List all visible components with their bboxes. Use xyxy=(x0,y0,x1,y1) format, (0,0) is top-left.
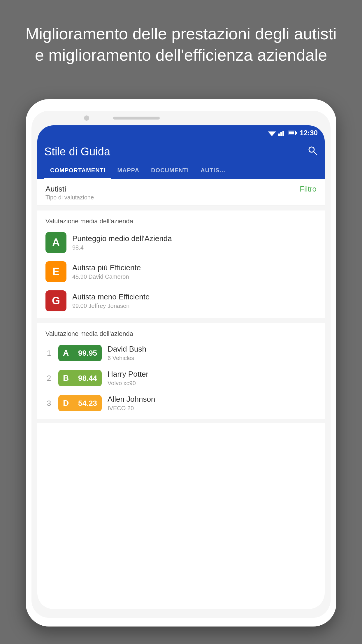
rank-badge-2: B 98.44 xyxy=(58,370,102,386)
company-rating-label: Valutazione media dell'azienda xyxy=(45,217,317,225)
svg-line-5 xyxy=(314,152,317,155)
tab-documenti[interactable]: DOCUMENTI xyxy=(145,163,195,179)
svg-rect-2 xyxy=(280,132,282,136)
rank-name-1: David Bush xyxy=(108,345,146,354)
rank-score-2: 98.44 xyxy=(73,370,102,386)
battery-icon xyxy=(288,131,296,135)
headline: Miglioramento delle prestazioni degli au… xyxy=(0,23,362,66)
signal-icon xyxy=(278,130,285,136)
rating-info-best: Autista più Efficiente 45.90 David Camer… xyxy=(72,263,141,280)
phone-inner: 12:30 Stile di Guida COMPORTAMENTI xyxy=(31,111,331,618)
rank-name-2: Harry Potter xyxy=(108,370,148,379)
app-content: 12:30 Stile di Guida COMPORTAMENTI xyxy=(37,125,325,609)
grade-badge-e: E xyxy=(45,261,66,282)
phone-frame: 12:30 Stile di Guida COMPORTAMENTI xyxy=(26,99,336,627)
rating-info-worst: Autista meno Efficiente 99.00 Jeffrey Jo… xyxy=(72,292,150,309)
filter-button[interactable]: Filtro xyxy=(300,185,317,194)
rating-label-avg: Punteggio medio dell'Azienda xyxy=(72,234,172,243)
status-icons: 12:30 xyxy=(268,129,318,137)
rank-info-1: David Bush 6 Vehicles xyxy=(108,345,146,362)
rating-item-worst: G Autista meno Efficiente 99.00 Jeffrey … xyxy=(45,290,317,311)
app-title-row: Stile di Guida xyxy=(44,145,318,163)
svg-marker-0 xyxy=(268,131,276,136)
rank-grade-1: A xyxy=(58,345,73,361)
rank-number-2: 2 xyxy=(45,374,52,383)
rating-item-avg: A Punteggio medio dell'Azienda 98.4 xyxy=(45,232,317,253)
rank-sub-3: IVECO 20 xyxy=(108,405,155,412)
rating-label-worst: Autista meno Efficiente xyxy=(72,292,150,301)
section-main-title: Autisti xyxy=(45,185,94,194)
svg-rect-1 xyxy=(278,134,280,136)
rating-sub-avg: 98.4 xyxy=(72,244,172,251)
tab-autisti[interactable]: AUTIS... xyxy=(195,163,231,179)
section-title-group: Autisti Tipo di valutazione xyxy=(45,185,94,201)
rating-sub-worst: 99.00 Jeffrey Jonasen xyxy=(72,303,150,309)
rank-info-3: Allen Johnson IVECO 20 xyxy=(108,395,155,412)
rating-label-best: Autista più Efficiente xyxy=(72,263,141,272)
section-header: Autisti Tipo di valutazione Filtro xyxy=(37,179,325,206)
rating-item-best: E Autista più Efficiente 45.90 David Cam… xyxy=(45,261,317,282)
rank-info-2: Harry Potter Volvo xc90 xyxy=(108,370,148,387)
app-title: Stile di Guida xyxy=(44,145,110,158)
grade-badge-a: A xyxy=(45,232,66,253)
rank-badge-3: D 54.23 xyxy=(58,395,102,411)
status-time: 12:30 xyxy=(300,129,318,137)
rank-grade-2: B xyxy=(58,370,73,386)
rank-number-1: 1 xyxy=(45,349,52,358)
tab-comportamenti[interactable]: COMPORTAMENTI xyxy=(44,163,111,179)
tabs: COMPORTAMENTI MAPPA DOCUMENTI AUTIS... xyxy=(44,163,318,179)
rank-number-3: 3 xyxy=(45,399,52,408)
rank-name-3: Allen Johnson xyxy=(108,395,155,404)
grade-badge-g: G xyxy=(45,290,66,311)
rank-sub-1: 6 Vehicles xyxy=(108,355,146,362)
status-bar: 12:30 xyxy=(37,125,325,141)
svg-rect-3 xyxy=(282,131,284,136)
rank-item-2[interactable]: 2 B 98.44 Harry Potter Volvo xc90 xyxy=(45,370,317,387)
rank-grade-3: D xyxy=(58,395,73,411)
ranking-card: Valutazione media dell'azienda 1 A 99.95… xyxy=(37,323,325,419)
wifi-icon xyxy=(268,130,276,136)
rank-badge-1: A 99.95 xyxy=(58,345,102,361)
battery-fill xyxy=(289,131,294,134)
rating-sub-best: 45.90 David Cameron xyxy=(72,273,141,280)
rank-score-3: 54.23 xyxy=(73,395,102,411)
phone-speaker xyxy=(113,117,160,120)
search-button[interactable] xyxy=(307,145,318,158)
ranking-label: Valutazione media dell'azienda xyxy=(45,330,317,338)
rank-item-3[interactable]: 3 D 54.23 Allen Johnson IVECO 20 xyxy=(45,395,317,412)
company-rating-card: Valutazione media dell'azienda A Puntegg… xyxy=(37,210,325,318)
section-sub-title: Tipo di valutazione xyxy=(45,194,94,201)
rating-info-avg: Punteggio medio dell'Azienda 98.4 xyxy=(72,234,172,251)
rank-item-1[interactable]: 1 A 99.95 David Bush 6 Vehicles xyxy=(45,345,317,362)
front-camera xyxy=(84,115,89,121)
rank-score-1: 99.95 xyxy=(73,345,102,361)
tab-mappa[interactable]: MAPPA xyxy=(111,163,145,179)
content-area: Autisti Tipo di valutazione Filtro Valut… xyxy=(37,179,325,423)
app-header: Stile di Guida COMPORTAMENTI MAPPA DOCUM… xyxy=(37,141,325,179)
phone-top-bar xyxy=(31,114,331,122)
rank-sub-2: Volvo xc90 xyxy=(108,380,148,387)
